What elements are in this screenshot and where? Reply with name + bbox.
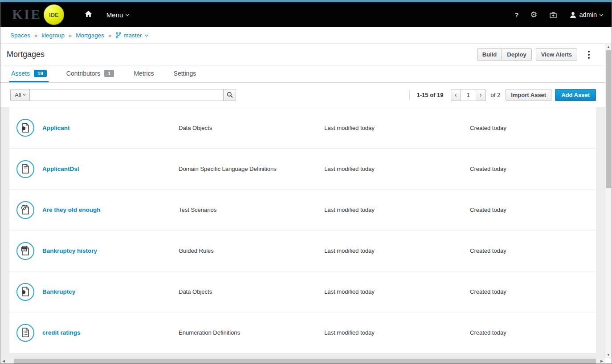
asset-name-link[interactable]: Are they old enough: [42, 206, 101, 213]
scroll-up-arrow[interactable]: ▲: [607, 44, 610, 50]
scroll-down-arrow[interactable]: ▼: [607, 352, 610, 358]
asset-name-link[interactable]: Bankruptcy: [42, 288, 75, 295]
page-title: Mortgages: [7, 50, 45, 59]
menu-label: Menu: [106, 11, 123, 19]
tab-assets[interactable]: Assets 19: [9, 66, 49, 82]
asset-name-cell: Bankruptcy: [9, 283, 179, 301]
toolbox-icon[interactable]: [549, 11, 557, 19]
table-row: ApplicantDslDomain Specific Language Def…: [9, 148, 596, 189]
horizontal-scrollbar[interactable]: ◀ ▶: [0, 358, 612, 364]
chevron-down-icon: [23, 93, 26, 96]
assets-list-area: ApplicantData ObjectsLast modified today…: [0, 107, 605, 358]
asset-name-link[interactable]: Applicant: [42, 125, 70, 131]
assets-list: ApplicantData ObjectsLast modified today…: [9, 107, 596, 353]
branch-selector[interactable]: master: [115, 32, 147, 39]
home-button[interactable]: [85, 10, 92, 19]
kebab-menu-icon[interactable]: [585, 48, 592, 61]
asset-type: Data Objects: [179, 125, 324, 131]
table-row: Are they old enoughTest ScenariosLast mo…: [9, 189, 596, 230]
filter-label: All: [15, 92, 21, 98]
tab-contributors-label: Contributors: [66, 70, 100, 77]
branch-name: master: [123, 32, 142, 39]
breadcrumb-spaces[interactable]: Spaces: [10, 32, 30, 39]
enumeration-icon[interactable]: [16, 324, 34, 342]
asset-type: Test Scenarios: [179, 206, 324, 213]
settings-gear-icon[interactable]: ⚙: [530, 11, 537, 19]
toolbar-divider: [409, 90, 410, 100]
current-page-input[interactable]: [461, 89, 476, 101]
data-object-icon[interactable]: [16, 119, 34, 137]
table-row: ApplicantData ObjectsLast modified today…: [9, 107, 596, 148]
scroll-right-arrow[interactable]: ▶: [599, 359, 605, 363]
total-pages-label: of 2: [491, 92, 501, 98]
chevron-down-icon: [126, 12, 129, 16]
vertical-scrollbar[interactable]: ▲ ▼: [605, 44, 612, 358]
search-button[interactable]: [223, 89, 236, 101]
asset-last-modified: Last modified today: [324, 288, 470, 295]
tab-contributors[interactable]: Contributors 1: [65, 66, 116, 82]
table-row: BankruptcyData ObjectsLast modified toda…: [9, 271, 596, 312]
horizontal-scroll-thumb[interactable]: [14, 359, 596, 364]
scroll-left-arrow[interactable]: ◀: [0, 359, 7, 363]
tab-settings[interactable]: Settings: [172, 66, 198, 82]
asset-last-modified: Last modified today: [324, 125, 470, 131]
content-column: Mortgages Build Deploy View Alerts Asset…: [0, 44, 605, 358]
browser-window: KIE IDE Menu ? ⚙: [0, 0, 612, 364]
ide-logo-badge: IDE: [44, 4, 64, 25]
dsl-icon[interactable]: [16, 160, 34, 178]
asset-type: Domain Specific Language Definitions: [179, 166, 324, 172]
asset-last-modified: Last modified today: [324, 247, 470, 254]
vertical-scroll-thumb[interactable]: [606, 50, 611, 188]
import-asset-button[interactable]: Import Asset: [506, 89, 551, 101]
masthead-utilities: ? ⚙ admin: [503, 11, 603, 19]
next-page-button[interactable]: ›: [476, 89, 486, 101]
project-actions: Build Deploy View Alerts: [477, 48, 599, 61]
assets-toolbar: All 1-15 of 19 ‹ › of: [0, 83, 605, 107]
test-scenario-icon[interactable]: [16, 201, 34, 219]
asset-name-cell: Bankruptcy history: [9, 242, 179, 260]
asset-created: Created today: [470, 125, 596, 131]
table-row: credit ratingsEnumeration DefinitionsLas…: [9, 312, 596, 353]
deploy-button[interactable]: Deploy: [502, 49, 531, 61]
previous-page-button[interactable]: ‹: [451, 89, 461, 101]
search-group: All: [10, 89, 236, 101]
asset-name-link[interactable]: credit ratings: [42, 329, 81, 336]
kie-ide-logo[interactable]: KIE IDE: [12, 4, 64, 25]
search-icon: [227, 92, 233, 98]
asset-type: Enumeration Definitions: [179, 329, 324, 336]
asset-created: Created today: [470, 288, 596, 295]
tab-metrics-label: Metrics: [134, 70, 154, 77]
add-asset-button[interactable]: Add Asset: [555, 89, 596, 101]
asset-last-modified: Last modified today: [324, 166, 470, 172]
asset-name-link[interactable]: Bankruptcy history: [42, 247, 97, 254]
masthead: KIE IDE Menu ? ⚙: [0, 2, 612, 27]
tab-metrics[interactable]: Metrics: [132, 66, 155, 82]
user-icon: [570, 12, 576, 18]
user-menu[interactable]: admin: [570, 11, 603, 18]
menu-dropdown[interactable]: Menu: [106, 11, 129, 19]
asset-last-modified: Last modified today: [324, 329, 470, 336]
asset-type: Guided Rules: [179, 247, 324, 254]
chevron-down-icon: [144, 32, 148, 36]
asset-name-cell: Applicant: [9, 119, 179, 137]
asset-name-link[interactable]: ApplicantDsl: [42, 166, 79, 172]
search-input[interactable]: [29, 89, 224, 101]
assets-count-badge: 19: [34, 70, 47, 77]
asset-type: Data Objects: [179, 288, 324, 295]
build-deploy-group: Build Deploy: [477, 49, 532, 61]
data-object-icon[interactable]: [16, 283, 34, 301]
username-label: admin: [579, 11, 597, 18]
breadcrumb-kiegroup[interactable]: kiegroup: [41, 32, 65, 39]
tab-assets-label: Assets: [11, 70, 30, 77]
help-button[interactable]: ?: [514, 11, 518, 19]
table-row: Bankruptcy historyGuided RulesLast modif…: [9, 230, 596, 271]
breadcrumb-separator: »: [108, 32, 111, 39]
breadcrumb-separator: »: [69, 32, 72, 39]
breadcrumb-mortgages[interactable]: Mortgages: [76, 32, 104, 39]
build-button[interactable]: Build: [477, 49, 502, 61]
view-alerts-button[interactable]: View Alerts: [536, 49, 577, 61]
guided-rule-icon[interactable]: [16, 242, 34, 260]
search-filter-dropdown[interactable]: All: [10, 89, 30, 101]
asset-name-cell: credit ratings: [9, 324, 179, 342]
asset-created: Created today: [470, 166, 596, 172]
